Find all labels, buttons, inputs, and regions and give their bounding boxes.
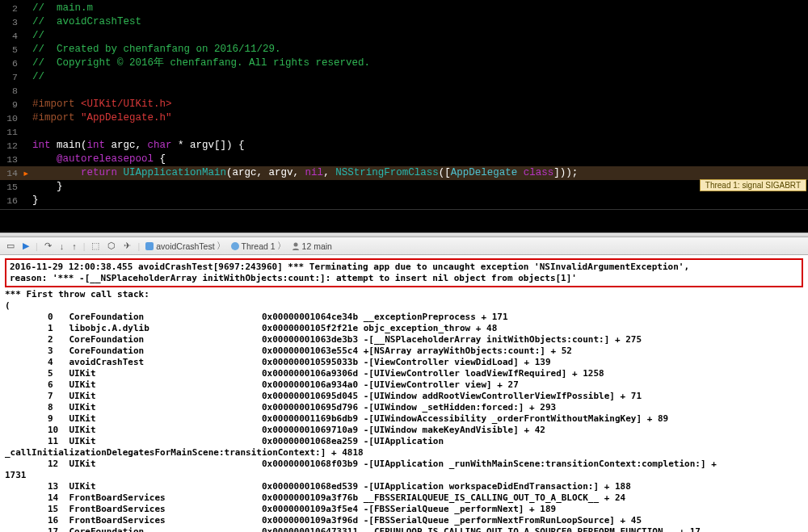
simulate-location-button[interactable]: ✈ [122,241,133,251]
chevron-right-icon: 〉 [277,241,286,252]
comment: // [32,30,44,41]
code-line[interactable]: 10 #import "AppDelegate.h" [0,111,808,125]
return-keyword: return [81,167,117,178]
stack-frame-row: 14 FrontBoardServices 0x0000000109a3f76b… [5,492,803,504]
error-line: 2016-11-29 12:00:38.455 avoidCrashTest[9… [10,262,798,273]
code-line[interactable]: 8 [0,84,808,98]
stack-frame-row: 0 CoreFoundation 0x00000001064ce34b __ex… [5,312,803,323]
stack-frame-row: 8 UIKit 0x000000010695d796 -[UIWindow _s… [5,402,803,413]
step-over-button[interactable]: ↷ [43,241,53,251]
import-path: <UIKit/UIKit.h> [81,98,172,110]
stack-open-paren: ( [5,300,803,312]
stack-frame-row: 11 UIKit 0x00000001068ea259 -[UIApplicat… [5,436,803,447]
line-number: 2 [0,2,23,15]
comment: // main.m [32,2,93,14]
continue-button[interactable]: ▶ [21,241,31,251]
stack-frame-row: 13 UIKit 0x00000001068ed539 -[UIApplicat… [5,481,803,492]
nil-keyword: nil [305,167,324,178]
step-out-button[interactable]: ↑ [70,241,78,251]
line-number: 15 [0,180,23,194]
chevron-right-icon: 〉 [217,241,225,252]
code-line[interactable]: 3 // avoidCrashTest [0,15,808,29]
stack-frame-row: _callInitializationDelegatesForMainScene… [5,447,803,459]
breadcrumb-thread[interactable]: Thread 1 〉 [230,241,286,252]
breadcrumb-label: avoidCrashTest [156,241,214,251]
line-number: 10 [0,111,23,125]
stack-frame-row: 2 CoreFoundation 0x00000001063de3b3 -[__… [5,334,803,346]
function-name: main( [51,140,87,151]
stack-frame-row: 16 FrontBoardServices 0x0000000109a3f96d… [5,515,803,526]
code-line[interactable]: 12 int main(int argc, char * argv[]) { [0,139,808,153]
thread-signal-badge[interactable]: Thread 1: signal SIGABRT [700,179,806,191]
breadcrumb-process[interactable]: avoidCrashTest 〉 [145,241,225,252]
class-keyword: class [524,167,554,178]
code-line[interactable]: 7 // [0,70,808,84]
line-number: 16 [0,194,23,207]
breadcrumb-label: 12 main [302,241,332,251]
code-line[interactable]: 4 // [0,29,808,43]
stack-frame-row: 9 UIKit 0x00000001169b6db9 -[UIWindowAcc… [5,413,803,425]
comment: // Created by chenfanfang on 2016/11/29. [32,44,281,55]
code-line-current[interactable]: 14▸ return UIApplicationMain(argc, argv,… [0,166,808,180]
step-into-button[interactable]: ↓ [58,241,66,251]
stack-frame-row: 4 avoidCrashTest 0x000000010595033b -[Vi… [5,357,803,368]
function-call: NSStringFromClass [335,167,439,178]
user-frame-icon [291,241,301,251]
breadcrumb-frame[interactable]: 12 main [291,241,332,251]
preprocessor: #import [32,98,81,110]
line-number: 13 [0,153,23,166]
stack-frame-row: 7 UIKit 0x000000010695d045 -[UIWindow ad… [5,391,803,402]
console-output[interactable]: 2016-11-29 12:00:38.455 avoidCrashTest[9… [0,255,808,532]
comment: // avoidCrashTest [32,16,141,27]
section-separator [0,209,808,210]
debug-toolbar: ▭ ▶ | ↷ ↓ ↑ | ⬚ ⬡ ✈ | avoidCrashTest 〉 T… [0,237,808,255]
hide-debug-area-button[interactable]: ▭ [5,241,16,251]
stack-frame-row: 1731 [5,470,803,481]
code-line[interactable]: 2 // main.m [0,2,808,15]
error-line: reason: '*** -[__NSPlaceholderArray init… [10,273,798,284]
svg-point-1 [231,242,239,250]
stack-frame-row: 15 FrontBoardServices 0x0000000109a3f5e4… [5,504,803,515]
autoreleasepool-keyword: @autoreleasepool [57,153,154,165]
stack-frame-row: 5 UIKit 0x0000000106a9306d -[UIViewContr… [5,368,803,379]
breadcrumb-label: Thread 1 [242,241,276,251]
thread-icon [230,241,240,251]
code-line[interactable]: 11 [0,125,808,139]
line-number: 11 [0,125,23,139]
line-number: 7 [0,70,23,84]
stack-frame-row: 10 UIKit 0x00000001069710a9 -[UIWindow m… [5,425,803,436]
type-keyword: int [87,140,106,151]
svg-rect-0 [145,242,154,250]
comment: // [32,71,44,82]
svg-point-2 [293,242,297,246]
stack-frame-row: 17 CoreFoundation 0x0000000106473311 __C… [5,526,803,532]
code-line[interactable]: 6 // Copyright © 2016年 chenfanfang. All … [0,57,808,70]
line-number: 8 [0,84,23,98]
code-line[interactable]: 9 #import <UIKit/UIKit.h> [0,98,808,111]
stack-frame-row: 6 UIKit 0x0000000106a934a0 -[UIViewContr… [5,379,803,391]
type-keyword: int [32,140,51,151]
code-line[interactable]: 15 } [0,180,808,194]
class-name: AppDelegate [451,167,518,178]
first-throw-label: *** First throw call stack: [5,289,803,300]
stack-frame-row: 3 CoreFoundation 0x00000001063e55c4 +[NS… [5,346,803,357]
stack-frame-row: 12 UIKit 0x00000001068f03b9 -[UIApplicat… [5,459,803,470]
code-editor[interactable]: 2 // main.m 3 // avoidCrashTest 4 // 5 /… [0,0,808,232]
preprocessor: #import [32,112,81,124]
stack-frame-row: 1 libobjc.A.dylib 0x0000000105f2f21e obj… [5,323,803,334]
comment: // Copyright © 2016年 chenfanfang. All ri… [32,57,370,69]
debug-memory-graph-button[interactable]: ⬡ [106,241,117,251]
line-number: 14 [0,166,23,180]
line-number: 12 [0,139,23,153]
app-icon [145,241,154,251]
line-number: 9 [0,98,23,111]
line-number: 6 [0,57,23,70]
line-number: 4 [0,29,23,43]
code-line[interactable]: 13 @autoreleasepool { [0,153,808,166]
line-number: 5 [0,43,23,57]
type-keyword: char [148,140,172,151]
execution-pointer-icon[interactable]: ▸ [23,168,32,179]
debug-view-hierarchy-button[interactable]: ⬚ [90,241,101,251]
code-line[interactable]: 16 } [0,194,808,207]
code-line[interactable]: 5 // Created by chenfanfang on 2016/11/2… [0,43,808,57]
